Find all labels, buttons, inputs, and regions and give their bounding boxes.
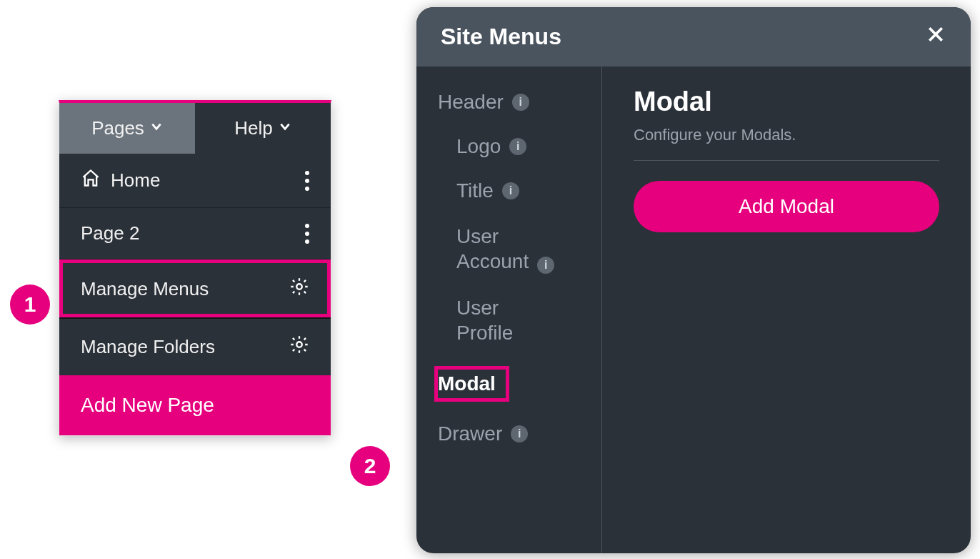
sidebar-item-label: Logo [456, 135, 501, 158]
manage-folders-label: Manage Folders [81, 336, 215, 358]
info-icon[interactable]: i [502, 182, 519, 199]
page-row-page2[interactable]: Page 2 [59, 208, 331, 259]
sidebar-item-header[interactable]: Header i [438, 84, 601, 121]
info-icon[interactable]: i [509, 138, 526, 155]
tab-pages-label: Pages [91, 117, 144, 139]
dialog-title: Site Menus [441, 24, 561, 50]
main-heading: Modal [634, 86, 939, 117]
sidebar-item-label: Drawer [438, 422, 502, 445]
more-icon[interactable] [305, 224, 309, 244]
tab-pages[interactable]: Pages [59, 103, 195, 154]
dialog-body: Header i Logo i Title i User Account i [416, 66, 971, 553]
close-icon[interactable] [925, 23, 946, 51]
site-menus-dialog: Site Menus Header i Logo i Title i User … [416, 7, 971, 553]
gear-icon [289, 277, 309, 302]
main-subtext: Configure your Modals. [634, 126, 939, 144]
svg-point-1 [296, 342, 301, 347]
callout-number: 2 [364, 454, 376, 478]
add-modal-label: Add Modal [739, 195, 834, 217]
divider [634, 160, 939, 161]
tab-help[interactable]: Help [195, 103, 331, 154]
topbar: Pages Help [59, 103, 331, 154]
sidebar-item-user-account[interactable]: User Account i [438, 217, 601, 281]
sidebar-item-label-line1: User [456, 224, 529, 249]
sidebar-item-label: Title [456, 179, 494, 202]
sidebar-item-label: Header [438, 91, 504, 114]
sidebar-item-modal-highlight: Modal [438, 370, 506, 398]
callout-number: 1 [24, 292, 36, 317]
page-list: Home Page 2 [59, 154, 331, 259]
svg-point-0 [296, 284, 301, 289]
chevron-down-icon [279, 120, 291, 137]
info-icon[interactable]: i [512, 94, 529, 111]
pages-dropdown-panel: Pages Help Home Page 2 [59, 100, 331, 436]
info-icon[interactable]: i [511, 425, 528, 442]
sidebar-item-label-line1: User [456, 295, 513, 320]
page-row-label: Page 2 [81, 222, 139, 244]
manage-menus-row[interactable]: Manage Menus [59, 259, 331, 317]
add-modal-button[interactable]: Add Modal [634, 181, 939, 232]
sidebar-item-drawer[interactable]: Drawer i [438, 415, 601, 452]
gear-icon [289, 335, 309, 360]
info-icon[interactable]: i [537, 257, 554, 274]
page-row-home[interactable]: Home [59, 154, 331, 208]
sidebar-item-title[interactable]: Title i [438, 172, 601, 209]
tab-help-label: Help [234, 117, 272, 139]
manage-folders-row[interactable]: Manage Folders [59, 317, 331, 375]
page-row-label: Home [111, 169, 160, 192]
chevron-down-icon [150, 120, 163, 137]
callout-badge-2: 2 [350, 446, 390, 486]
sidebar-item-label-line2: Account [456, 249, 529, 274]
more-icon[interactable] [305, 171, 309, 191]
add-new-page-label: Add New Page [81, 394, 214, 416]
add-new-page-button[interactable]: Add New Page [59, 375, 331, 435]
sidebar-item-label-line2: Profile [456, 320, 513, 345]
sidebar-item-label: Modal [438, 372, 496, 395]
dialog-header: Site Menus [416, 7, 971, 66]
sidebar-item-user-profile[interactable]: User Profile [438, 288, 601, 352]
home-icon [81, 168, 101, 193]
dialog-sidebar: Header i Logo i Title i User Account i [416, 66, 602, 553]
sidebar-item-modal[interactable]: Modal [434, 370, 506, 398]
manage-menus-label: Manage Menus [81, 278, 209, 300]
sidebar-item-logo[interactable]: Logo i [438, 128, 601, 165]
callout-badge-1: 1 [10, 285, 50, 325]
dialog-main: Modal Configure your Modals. Add Modal [602, 66, 971, 553]
